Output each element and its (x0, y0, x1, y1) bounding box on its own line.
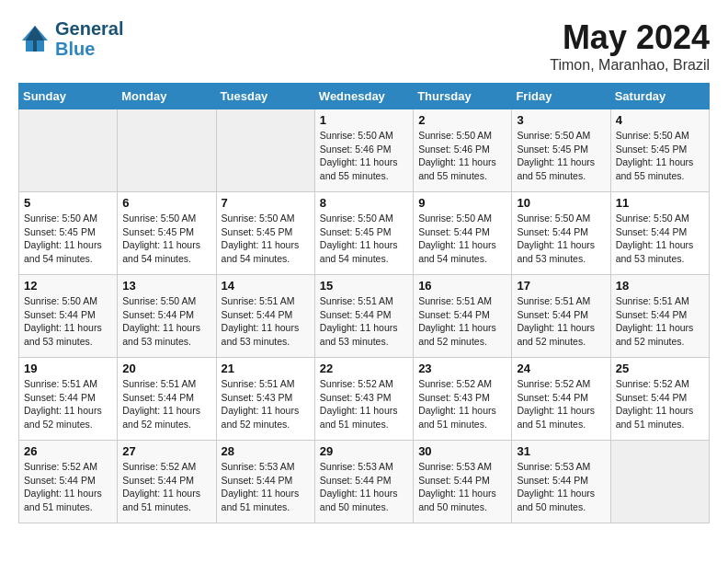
day-number: 25 (616, 362, 704, 375)
day-cell: 17Sunrise: 5:51 AMSunset: 5:44 PMDayligh… (512, 275, 610, 358)
day-info: Sunrise: 5:51 AMSunset: 5:44 PMDaylight:… (320, 294, 408, 349)
day-cell: 8Sunrise: 5:50 AMSunset: 5:45 PMDaylight… (314, 192, 413, 275)
day-info: Sunrise: 5:51 AMSunset: 5:44 PMDaylight:… (517, 294, 605, 349)
day-number: 13 (122, 279, 210, 293)
day-number: 22 (320, 362, 408, 375)
day-info: Sunrise: 5:50 AMSunset: 5:45 PMDaylight:… (122, 212, 210, 266)
day-cell: 9Sunrise: 5:50 AMSunset: 5:44 PMDaylight… (414, 192, 512, 275)
day-cell: 24Sunrise: 5:52 AMSunset: 5:44 PMDayligh… (512, 358, 610, 441)
day-info: Sunrise: 5:53 AMSunset: 5:44 PMDaylight:… (517, 460, 605, 514)
day-info: Sunrise: 5:53 AMSunset: 5:44 PMDaylight:… (320, 460, 408, 514)
day-number: 24 (517, 362, 605, 375)
week-row-4: 19Sunrise: 5:51 AMSunset: 5:44 PMDayligh… (19, 358, 710, 441)
day-cell: 18Sunrise: 5:51 AMSunset: 5:44 PMDayligh… (610, 275, 709, 358)
week-row-3: 12Sunrise: 5:50 AMSunset: 5:44 PMDayligh… (19, 275, 710, 358)
day-number: 16 (418, 279, 506, 293)
day-info: Sunrise: 5:50 AMSunset: 5:45 PMDaylight:… (222, 212, 310, 266)
day-info: Sunrise: 5:51 AMSunset: 5:43 PMDaylight:… (222, 377, 310, 431)
day-cell (610, 441, 709, 523)
location: Timon, Maranhao, Brazil (550, 57, 710, 74)
day-header-saturday: Saturday (610, 84, 709, 109)
day-cell: 29Sunrise: 5:53 AMSunset: 5:44 PMDayligh… (314, 441, 413, 523)
day-info: Sunrise: 5:50 AMSunset: 5:44 PMDaylight:… (122, 294, 210, 349)
day-number: 14 (222, 279, 310, 293)
day-number: 28 (222, 444, 310, 458)
day-number: 6 (122, 196, 210, 210)
day-info: Sunrise: 5:50 AMSunset: 5:44 PMDaylight:… (616, 212, 704, 266)
day-number: 3 (517, 113, 605, 127)
month-title: May 2024 (550, 18, 710, 57)
day-info: Sunrise: 5:51 AMSunset: 5:44 PMDaylight:… (24, 377, 112, 431)
day-info: Sunrise: 5:51 AMSunset: 5:44 PMDaylight:… (122, 377, 210, 431)
day-info: Sunrise: 5:52 AMSunset: 5:43 PMDaylight:… (418, 377, 506, 431)
day-info: Sunrise: 5:52 AMSunset: 5:44 PMDaylight:… (616, 377, 704, 431)
day-number: 18 (616, 279, 704, 293)
day-cell: 4Sunrise: 5:50 AMSunset: 5:45 PMDaylight… (610, 109, 709, 192)
day-cell: 27Sunrise: 5:52 AMSunset: 5:44 PMDayligh… (118, 441, 216, 523)
day-header-monday: Monday (118, 84, 216, 109)
day-number: 11 (616, 196, 704, 210)
day-info: Sunrise: 5:50 AMSunset: 5:45 PMDaylight:… (616, 129, 704, 183)
day-header-friday: Friday (512, 84, 610, 109)
day-number: 8 (320, 196, 408, 210)
day-cell: 14Sunrise: 5:51 AMSunset: 5:44 PMDayligh… (216, 275, 314, 358)
day-info: Sunrise: 5:53 AMSunset: 5:44 PMDaylight:… (418, 460, 506, 514)
day-number: 4 (616, 113, 704, 127)
day-header-wednesday: Wednesday (314, 84, 413, 109)
day-cell: 2Sunrise: 5:50 AMSunset: 5:46 PMDaylight… (414, 109, 512, 192)
day-cell: 21Sunrise: 5:51 AMSunset: 5:43 PMDayligh… (216, 358, 314, 441)
day-number: 1 (320, 113, 408, 127)
day-info: Sunrise: 5:52 AMSunset: 5:44 PMDaylight:… (517, 377, 605, 431)
logo: General Blue (18, 18, 123, 59)
day-info: Sunrise: 5:50 AMSunset: 5:44 PMDaylight:… (24, 294, 112, 349)
day-cell: 1Sunrise: 5:50 AMSunset: 5:46 PMDaylight… (314, 109, 413, 192)
day-number: 27 (122, 444, 210, 458)
days-header-row: SundayMondayTuesdayWednesdayThursdayFrid… (19, 84, 710, 109)
day-number: 23 (418, 362, 506, 375)
week-row-5: 26Sunrise: 5:52 AMSunset: 5:44 PMDayligh… (19, 441, 710, 523)
day-info: Sunrise: 5:51 AMSunset: 5:44 PMDaylight:… (418, 294, 506, 349)
day-info: Sunrise: 5:50 AMSunset: 5:46 PMDaylight:… (320, 129, 408, 183)
week-row-2: 5Sunrise: 5:50 AMSunset: 5:45 PMDaylight… (19, 192, 710, 275)
day-cell: 23Sunrise: 5:52 AMSunset: 5:43 PMDayligh… (414, 358, 512, 441)
day-number: 31 (517, 444, 605, 458)
day-number: 10 (517, 196, 605, 210)
day-cell: 16Sunrise: 5:51 AMSunset: 5:44 PMDayligh… (414, 275, 512, 358)
day-cell: 19Sunrise: 5:51 AMSunset: 5:44 PMDayligh… (19, 358, 118, 441)
day-cell: 20Sunrise: 5:51 AMSunset: 5:44 PMDayligh… (118, 358, 216, 441)
day-cell: 22Sunrise: 5:52 AMSunset: 5:43 PMDayligh… (314, 358, 413, 441)
day-info: Sunrise: 5:50 AMSunset: 5:44 PMDaylight:… (517, 212, 605, 266)
day-number: 19 (24, 362, 112, 375)
day-info: Sunrise: 5:50 AMSunset: 5:45 PMDaylight:… (517, 129, 605, 183)
day-number: 20 (122, 362, 210, 375)
day-number: 17 (517, 279, 605, 293)
day-number: 21 (222, 362, 310, 375)
day-cell: 26Sunrise: 5:52 AMSunset: 5:44 PMDayligh… (19, 441, 118, 523)
page-header: General Blue May 2024 Timon, Maranhao, B… (18, 18, 710, 74)
day-cell: 28Sunrise: 5:53 AMSunset: 5:44 PMDayligh… (216, 441, 314, 523)
day-cell: 10Sunrise: 5:50 AMSunset: 5:44 PMDayligh… (512, 192, 610, 275)
day-cell: 3Sunrise: 5:50 AMSunset: 5:45 PMDaylight… (512, 109, 610, 192)
day-number: 30 (418, 444, 506, 458)
day-cell (118, 109, 216, 192)
day-number: 9 (418, 196, 506, 210)
day-header-sunday: Sunday (19, 84, 118, 109)
day-cell: 31Sunrise: 5:53 AMSunset: 5:44 PMDayligh… (512, 441, 610, 523)
day-number: 29 (320, 444, 408, 458)
day-info: Sunrise: 5:53 AMSunset: 5:44 PMDaylight:… (222, 460, 310, 514)
day-cell (216, 109, 314, 192)
day-cell (19, 109, 118, 192)
day-cell: 13Sunrise: 5:50 AMSunset: 5:44 PMDayligh… (118, 275, 216, 358)
day-cell: 25Sunrise: 5:52 AMSunset: 5:44 PMDayligh… (610, 358, 709, 441)
day-info: Sunrise: 5:51 AMSunset: 5:44 PMDaylight:… (222, 294, 310, 349)
day-info: Sunrise: 5:50 AMSunset: 5:45 PMDaylight:… (320, 212, 408, 266)
day-cell: 7Sunrise: 5:50 AMSunset: 5:45 PMDaylight… (216, 192, 314, 275)
title-block: May 2024 Timon, Maranhao, Brazil (550, 18, 710, 74)
day-info: Sunrise: 5:50 AMSunset: 5:45 PMDaylight:… (24, 212, 112, 266)
day-cell: 11Sunrise: 5:50 AMSunset: 5:44 PMDayligh… (610, 192, 709, 275)
day-header-tuesday: Tuesday (216, 84, 314, 109)
day-cell: 12Sunrise: 5:50 AMSunset: 5:44 PMDayligh… (19, 275, 118, 358)
day-number: 26 (24, 444, 112, 458)
day-number: 5 (24, 196, 112, 210)
day-info: Sunrise: 5:52 AMSunset: 5:44 PMDaylight:… (122, 460, 210, 514)
